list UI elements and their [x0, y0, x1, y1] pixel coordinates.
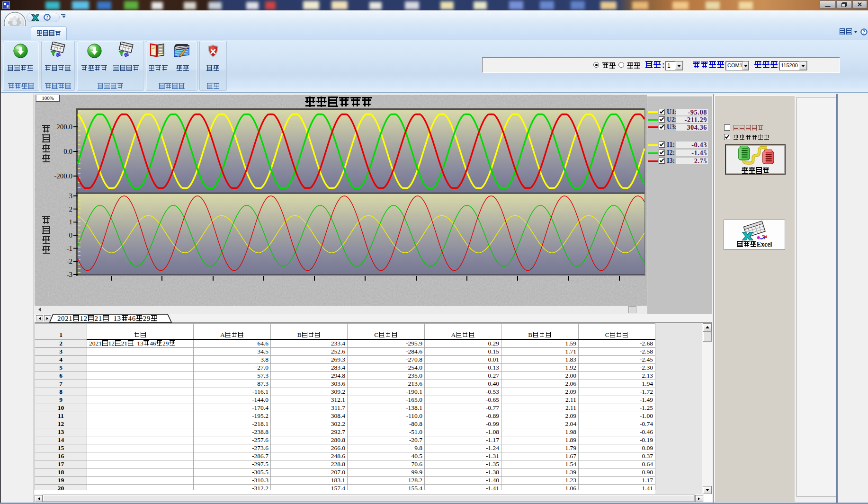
svg-text:?: ?: [863, 29, 865, 35]
svg-text:?: ?: [46, 15, 48, 20]
